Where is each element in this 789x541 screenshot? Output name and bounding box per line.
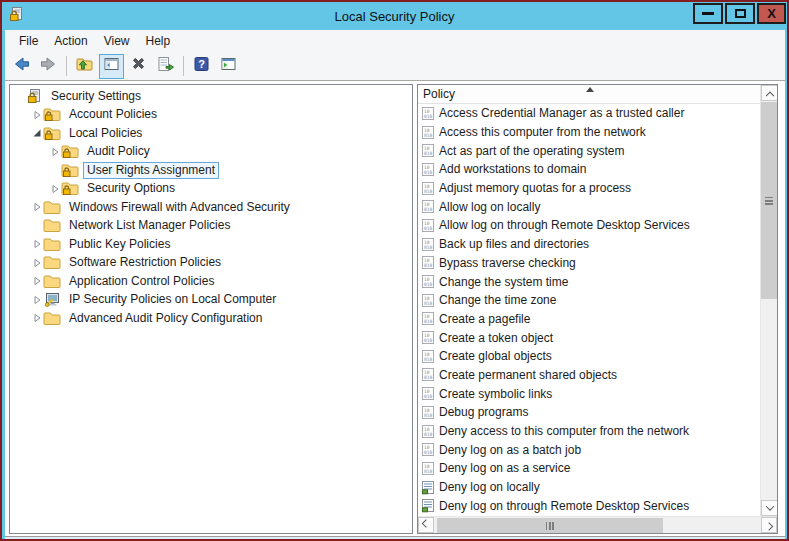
- policy-label: Access this computer from the network: [439, 125, 646, 139]
- expander-expanded-icon[interactable]: [30, 127, 43, 140]
- menu-view[interactable]: View: [96, 31, 138, 51]
- expander-collapsed-icon[interactable]: [30, 293, 43, 306]
- policy-label: Create symbolic links: [439, 387, 552, 401]
- export-list-button[interactable]: [153, 54, 178, 79]
- lock-folder-icon: [61, 163, 79, 178]
- delete-x-button[interactable]: [126, 54, 151, 79]
- policy-icon: 10010: [420, 106, 436, 121]
- policy-row[interactable]: 10010Change the time zone: [418, 291, 760, 310]
- maximize-button[interactable]: [725, 3, 755, 24]
- menu-help[interactable]: Help: [138, 31, 179, 51]
- tree-item-user-rights-assignment[interactable]: User Rights Assignment: [10, 161, 412, 180]
- expander-collapsed-icon[interactable]: [30, 256, 43, 269]
- policy-row[interactable]: 10010Access this computer from the netwo…: [418, 123, 760, 142]
- up-folder-button[interactable]: [72, 54, 97, 79]
- policy-row[interactable]: Deny log on through Remote Desktop Servi…: [418, 496, 760, 515]
- horizontal-scrollbar[interactable]: [418, 516, 777, 533]
- vertical-scrollbar[interactable]: [760, 85, 777, 516]
- svg-text:010: 010: [424, 338, 433, 343]
- policy-label: Bypass traverse checking: [439, 256, 576, 270]
- policy-row[interactable]: 10010Create a pagefile: [418, 310, 760, 329]
- expander-collapsed-icon[interactable]: [30, 312, 43, 325]
- tree-item-application-control-policies[interactable]: Application Control Policies: [10, 272, 412, 291]
- policy-column-header[interactable]: Policy: [418, 85, 762, 104]
- svg-text:010: 010: [424, 282, 433, 287]
- close-button[interactable]: X: [757, 3, 786, 24]
- svg-text:?: ?: [198, 58, 205, 70]
- titlebar[interactable]: Local Security Policy: [2, 2, 787, 30]
- policy-row[interactable]: 10010Deny log on as a service: [418, 459, 760, 478]
- tree-item-audit-policy[interactable]: Audit Policy: [10, 143, 412, 162]
- policy-row[interactable]: 10010Access Credential Manager as a trus…: [418, 104, 760, 123]
- tree-item-public-key-policies[interactable]: Public Key Policies: [10, 235, 412, 254]
- expander-collapsed-icon[interactable]: [48, 182, 61, 195]
- policy-icon: 10010: [420, 218, 436, 233]
- svg-text:010: 010: [424, 450, 433, 455]
- expander-collapsed-icon[interactable]: [30, 108, 43, 121]
- policy-icon: 10010: [420, 274, 436, 289]
- expander-collapsed-icon[interactable]: [30, 238, 43, 251]
- policy-icon: 10010: [420, 442, 436, 457]
- svg-text:010: 010: [424, 207, 433, 212]
- tree-item-windows-firewall-with-advanced-security[interactable]: Windows Firewall with Advanced Security: [10, 198, 412, 217]
- thumb-grip-icon: [546, 522, 554, 530]
- policy-row[interactable]: 10010Create global objects: [418, 347, 760, 366]
- svg-text:010: 010: [424, 319, 433, 324]
- minimize-button[interactable]: [693, 3, 723, 24]
- scroll-right-button[interactable]: [761, 517, 777, 533]
- expander-collapsed-icon[interactable]: [48, 145, 61, 158]
- policy-row[interactable]: 10010Create permanent shared objects: [418, 366, 760, 385]
- tree-item-label: Security Settings: [47, 88, 145, 105]
- folder-icon: [43, 274, 61, 289]
- back-arrow-button[interactable]: [9, 54, 34, 79]
- policy-column-label: Policy: [423, 87, 455, 101]
- expander-placeholder: [48, 164, 61, 177]
- tree-item-local-policies[interactable]: Local Policies: [10, 124, 412, 143]
- export-list-icon: [156, 55, 175, 77]
- scroll-up-button[interactable]: [761, 85, 778, 101]
- policy-row[interactable]: 10010Add workstations to domain: [418, 160, 760, 179]
- menu-action[interactable]: Action: [46, 31, 95, 51]
- scroll-left-button[interactable]: [418, 517, 434, 533]
- policy-row[interactable]: 10010Act as part of the operating system: [418, 141, 760, 160]
- policy-icon: 10010: [420, 461, 436, 476]
- tree-item-account-policies[interactable]: Account Policies: [10, 106, 412, 125]
- policy-row[interactable]: 10010Deny log on as a batch job: [418, 440, 760, 459]
- policy-row[interactable]: 10010Debug programs: [418, 403, 760, 422]
- policy-icon: 10010: [420, 330, 436, 345]
- console-tree-toggle-button[interactable]: [99, 54, 124, 79]
- policy-row[interactable]: 10010Bypass traverse checking: [418, 254, 760, 273]
- tree-item-ip-security-policies-on-local-computer[interactable]: IP Security Policies on Local Computer: [10, 291, 412, 310]
- tree-item-label: Software Restriction Policies: [65, 254, 225, 271]
- svg-text:010: 010: [424, 244, 433, 249]
- tree-item-security-options[interactable]: Security Options: [10, 180, 412, 199]
- policy-row[interactable]: 10010Deny access to this computer from t…: [418, 422, 760, 441]
- thumb-grip-icon: [765, 197, 773, 205]
- menu-file[interactable]: File: [11, 31, 46, 51]
- policy-icon: 10010: [420, 367, 436, 382]
- policy-row[interactable]: 10010Allow log on through Remote Desktop…: [418, 216, 760, 235]
- policy-row[interactable]: 10010Create a token object: [418, 328, 760, 347]
- policy-row[interactable]: 10010Change the system time: [418, 272, 760, 291]
- tree-item-advanced-audit-policy-configuration[interactable]: Advanced Audit Policy Configuration: [10, 309, 412, 328]
- window-client-area: FileActionViewHelp ? Security SettingsAc…: [2, 30, 787, 539]
- scroll-down-button[interactable]: [761, 500, 778, 516]
- expander-collapsed-icon[interactable]: [30, 275, 43, 288]
- expander-collapsed-icon[interactable]: [30, 201, 43, 214]
- tree-item-software-restriction-policies[interactable]: Software Restriction Policies: [10, 254, 412, 273]
- horizontal-scroll-thumb[interactable]: [437, 518, 663, 533]
- policy-icon: 10010: [420, 311, 436, 326]
- new-window-console-button[interactable]: [216, 54, 241, 79]
- policy-row[interactable]: 10010Adjust memory quotas for a process: [418, 179, 760, 198]
- tree-item-security-settings[interactable]: Security Settings: [10, 87, 412, 106]
- vertical-scroll-thumb[interactable]: [761, 102, 777, 299]
- tree-item-network-list-manager-policies[interactable]: Network List Manager Policies: [10, 217, 412, 236]
- toolbar: ?: [5, 52, 785, 81]
- forward-arrow-button[interactable]: [36, 54, 61, 79]
- policy-label: Adjust memory quotas for a process: [439, 181, 631, 195]
- policy-row[interactable]: 10010Back up files and directories: [418, 235, 760, 254]
- policy-row[interactable]: 10010Allow log on locally: [418, 197, 760, 216]
- policy-row[interactable]: 10010Create symbolic links: [418, 384, 760, 403]
- policy-row[interactable]: Deny log on locally: [418, 478, 760, 497]
- help-button[interactable]: ?: [189, 54, 214, 79]
